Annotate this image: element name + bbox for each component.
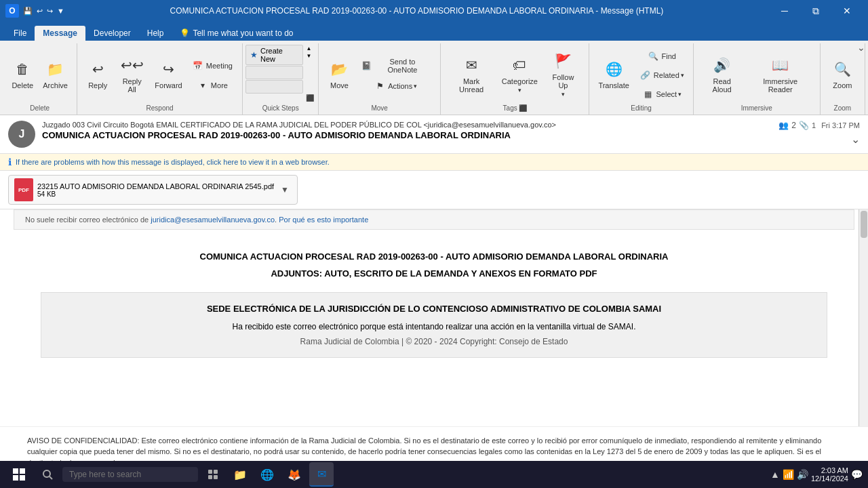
reply-all-button[interactable]: ↩↩ Reply All (114, 52, 150, 96)
related-button[interactable]: 🔗 Related ▾ (635, 66, 688, 84)
svg-point-4 (43, 470, 50, 477)
tags-dialog-launcher[interactable]: ⬛ (519, 104, 527, 112)
info-icon: ℹ (8, 157, 12, 167)
attachment-dropdown[interactable]: ▼ (278, 184, 292, 196)
scroll-thumb (861, 211, 867, 238)
task-view-button[interactable] (201, 462, 225, 487)
firefox-button[interactable]: 🦊 (282, 462, 307, 487)
outlook-button[interactable]: ✉ (309, 462, 334, 487)
archive-button[interactable]: 📁 Archive (39, 56, 72, 92)
clock[interactable]: 2:03 AM 12/14/2024 (811, 466, 848, 483)
quick-steps-down[interactable]: ▼ (304, 52, 315, 60)
warning-email-link[interactable]: juridica@esesamuelvillanueva.gov.co (151, 216, 275, 224)
forward-button[interactable]: ↪ Forward (151, 56, 186, 92)
warning-importance-link[interactable]: Por qué es esto importante (279, 216, 368, 224)
reply-icon: ↩ (87, 58, 108, 80)
svg-rect-2 (13, 475, 18, 481)
taskbar: 📁 🌐 🦊 ✉ ▲ 📶 🔊 2:03 AM 12/14/2024 💬 (0, 461, 868, 488)
move-button[interactable]: 📂 Move (324, 56, 354, 92)
select-button[interactable]: ▦ Select ▾ (635, 85, 688, 103)
ribbon-collapse-button[interactable]: ⌄ (857, 42, 865, 53)
file-explorer-button[interactable]: 📁 (228, 462, 252, 487)
translate-button[interactable]: 🌐 Translate (594, 56, 633, 92)
zoom-icon: 🔍 (831, 58, 853, 80)
ribbon-group-delete: 🗑 Delete 📁 Archive Delete (3, 43, 77, 115)
restore-button[interactable]: ⧉ (800, 0, 831, 22)
send-onenote-button[interactable]: 📓 Send to OneNote (355, 56, 434, 76)
svg-rect-0 (13, 468, 18, 474)
tray-up-icon[interactable]: ▲ (770, 469, 780, 480)
svg-rect-1 (20, 468, 25, 474)
move-group-label: Move (368, 103, 390, 113)
quick-step-3[interactable] (245, 80, 303, 94)
edge-button[interactable]: 🌐 (255, 462, 279, 487)
mark-unread-icon: ✉ (460, 54, 482, 76)
people-count: 2 (791, 121, 796, 130)
delete-buttons: 🗑 Delete 📁 Archive (7, 45, 72, 103)
svg-rect-3 (20, 475, 25, 481)
related-icon: 🔗 (639, 68, 652, 82)
quick-access-save[interactable]: 💾 (23, 7, 33, 16)
quick-access-undo[interactable]: ↩ (37, 7, 43, 16)
immersive-reader-icon: 📖 (770, 54, 791, 76)
find-icon: 🔍 (647, 49, 660, 63)
sede-title: SEDE ELECTRÓNICA DE LA JURISDICCIÓN DE L… (52, 304, 816, 314)
quick-steps-up[interactable]: ▲ (304, 45, 315, 52)
window-title: COMUNICA ACTUACION PROCESAL RAD 2019-002… (64, 6, 769, 16)
immersive-reader-button[interactable]: 📖 Immersive Reader (747, 52, 814, 96)
minimize-button[interactable]: ─ (769, 0, 800, 22)
message-header: J Juzgado 003 Civil Circuito Bogotá EMAI… (0, 115, 868, 154)
reply-button[interactable]: ↩ Reply (83, 56, 113, 92)
quick-access-redo[interactable]: ↪ (47, 7, 53, 16)
message-pane: J Juzgado 003 Civil Circuito Bogotá EMAI… (0, 115, 868, 476)
ribbon-group-tags: ✉ Mark Unread 🏷 Categorize ▾ 🚩 Follow Up… (441, 43, 590, 115)
notification-icon[interactable]: 💬 (851, 469, 863, 480)
actions-button[interactable]: ⚑ Actions ▾ (355, 77, 434, 95)
zoom-button[interactable]: 🔍 Zoom (825, 56, 859, 92)
zoom-group-label: Zoom (831, 103, 854, 113)
attachment-item[interactable]: PDF 23215 AUTO ADMISORIO DEMANDA LABORAL… (8, 175, 298, 205)
create-new-step[interactable]: ★ Create New (245, 45, 303, 65)
immersive-buttons: 🔊 Read Aloud 📖 Immersive Reader (699, 45, 814, 103)
start-button[interactable] (5, 461, 33, 488)
meeting-icon: 📅 (191, 59, 205, 73)
categorize-button[interactable]: 🏷 Categorize ▾ (498, 52, 541, 96)
onenote-icon: 📓 (359, 59, 373, 73)
ribbon-group-move: 📂 Move 📓 Send to OneNote ⚑ Actions ▾ Mov… (319, 43, 440, 115)
vertical-scrollbar[interactable] (859, 209, 868, 426)
ribbon-group-immersive: 🔊 Read Aloud 📖 Immersive Reader Immersiv… (694, 43, 821, 115)
ribbon-group-editing: 🌐 Translate 🔍 Find 🔗 Related ▾ ▦ Select … (589, 43, 693, 115)
message-subject: COMUNICA ACTUACION PROCESAL RAD 2019-002… (42, 130, 772, 140)
close-button[interactable]: ✕ (831, 0, 863, 22)
quick-access-more[interactable]: ▼ (57, 7, 64, 15)
forward-icon: ↪ (158, 58, 180, 80)
find-button[interactable]: 🔍 Find (635, 47, 688, 65)
info-text[interactable]: If there are problems with how this mess… (16, 158, 330, 166)
taskbar-search-input[interactable] (62, 467, 198, 482)
expand-button[interactable]: ⌄ (851, 133, 860, 146)
sede-footer: Rama Judicial de Colombia | © 2020 - 202… (52, 337, 816, 346)
tab-message[interactable]: Message (35, 26, 85, 41)
delete-button[interactable]: 🗑 Delete (7, 56, 37, 92)
attachment-count: 1 (812, 121, 816, 130)
email-warning: No suele recibir correo electrónico de j… (14, 209, 854, 230)
windows-icon (13, 468, 25, 481)
tab-help[interactable]: Help (139, 26, 172, 41)
read-aloud-button[interactable]: 🔊 Read Aloud (699, 52, 745, 96)
svg-rect-6 (208, 470, 212, 474)
search-taskbar[interactable] (35, 462, 60, 487)
info-bar: ℹ If there are problems with how this me… (0, 154, 868, 171)
meeting-button[interactable]: 📅 Meeting (187, 57, 237, 75)
tab-tell-me[interactable]: 💡 Tell me what you want to do (172, 26, 301, 41)
tab-developer[interactable]: Developer (85, 26, 139, 41)
quick-steps-dialog[interactable]: ⬛ (304, 93, 315, 103)
pdf-icon: PDF (14, 178, 33, 201)
tab-file[interactable]: File (5, 26, 35, 41)
follow-up-button[interactable]: 🚩 Follow Up ▾ (542, 47, 583, 100)
mark-unread-button[interactable]: ✉ Mark Unread (446, 52, 496, 96)
more-button[interactable]: ▾ More (187, 77, 237, 94)
quick-step-2[interactable] (245, 66, 303, 79)
actions-icon: ⚑ (373, 79, 387, 93)
quicksteps-group-label: Quick Steps (245, 103, 315, 113)
sender-avatar: J (8, 121, 35, 148)
